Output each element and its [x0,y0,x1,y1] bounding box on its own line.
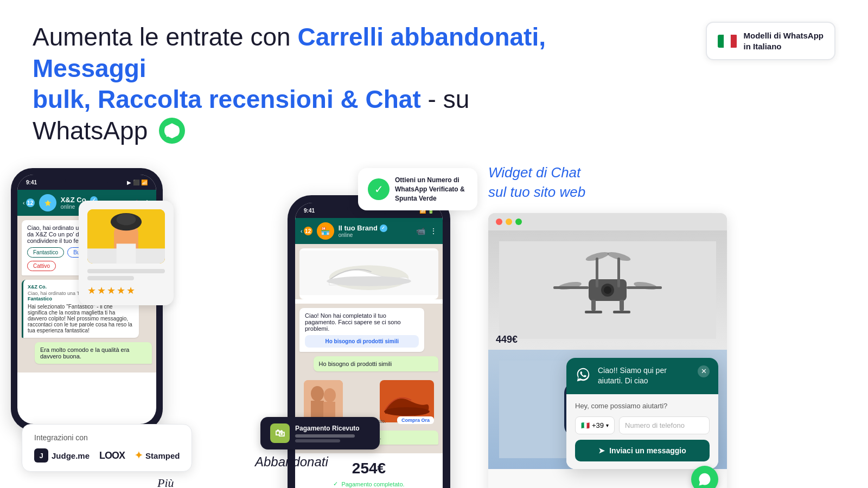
review-card-lines [87,269,165,280]
cart-section: ✓ Ottieni un Numero di WhatsApp Verifica… [266,163,472,488]
chat-wa-icon [575,367,592,384]
svg-rect-23 [596,258,598,287]
judge-me-logo: J Judge.me [34,448,90,463]
italian-badge: Modelli di WhatsApp in Italiano [706,22,836,60]
title-blue2: bulk, Raccolta recensioni & Chat [33,85,421,113]
phone2-container: 9:41 📶 🔋 ‹ 12 🏪 Il tuo Brand [266,195,472,488]
italian-badge-text: Modelli di WhatsApp in Italiano [744,30,824,52]
payment-badge-lines: Pagamento Ricevuto [295,425,370,442]
shopify-icon: 🛍 [270,423,290,443]
buy-now-link[interactable]: Compra Ora [397,416,434,424]
wa-avatar-1: ⭐ [39,194,56,211]
browser-content: 449€ [488,230,727,488]
italian-flag-icon [718,35,737,48]
wa-msg-suggestion-reply: Ho bisogno di prodotti simili [314,356,438,371]
browser-bar [488,213,727,230]
chat-widget-body: Hey, come possiamo aiutarti? 🇮🇹 +39 ▾ Nu… [566,394,718,469]
svg-rect-31 [585,311,602,313]
wa-avatar-2: 🏪 [317,222,334,240]
stamped-star-icon: ✦ [135,450,143,461]
wa-back-btn-2[interactable]: ‹ 12 [301,227,312,235]
svg-rect-24 [617,258,620,287]
chat-widget-overlay: Ciao!! Siamo qui per aiutarti. Di ciao ✕… [566,358,718,469]
country-select[interactable]: 🇮🇹 +39 ▾ [575,416,615,434]
whatsapp-emoji-icon [159,118,185,144]
rating-btn-cattivo[interactable]: Cattivo [27,261,56,271]
verified-popup: ✓ Ottieni un Numero di WhatsApp Verifica… [358,168,477,210]
svg-rect-32 [613,311,630,313]
payment-line-bar2 [295,439,340,442]
browser-dot-red[interactable] [496,219,502,225]
verified-badge-2: ✓ [380,224,387,232]
chat-widget-section: Widget di Chat sul tuo sito web [477,157,857,488]
chat-close-btn[interactable]: ✕ [698,365,710,377]
review-line-1 [87,269,165,273]
integrations-title: Integrazioni con [34,433,180,442]
page-title: Aumenta le entrate con Carrelli abbandon… [33,22,564,146]
review-card-image [87,209,165,264]
wa-back-btn[interactable]: ‹ 12 [23,198,35,207]
svg-rect-6 [117,243,136,264]
wa-contact-info-2: Il tuo Brand ✓ online [339,224,412,238]
similar-products-btn[interactable]: Ho bisogno di prodotti simili [305,335,419,348]
svg-point-11 [311,386,324,401]
svg-point-20 [604,286,611,294]
product-price-1: 449€ [496,334,518,345]
wa-header-2: ‹ 12 🏪 Il tuo Brand ✓ online 📹 [295,218,443,244]
review-stars: ★★★★★ [87,285,165,297]
page-header: Aumenta le entrate con Carrelli abbandon… [0,0,597,157]
svg-point-4 [117,214,136,225]
svg-rect-30 [620,300,624,311]
phone-number-input[interactable]: Numero di telefono [619,416,710,434]
wa-msg-cart-1: Ciao! Non hai completato il tuo pagament… [299,308,424,352]
browser-dot-green[interactable] [515,219,522,225]
chat-header-title: Ciao!! Siamo qui per aiutarti. Di ciao [598,365,692,387]
wa-icons-2: 📹⋮ [416,227,437,235]
integrations-box: Integrazioni con J Judge.me LOOX ✦ Stamp… [22,424,192,472]
chat-widget-header: Ciao!! Siamo qui per aiutarti. Di ciao ✕ [566,358,718,394]
chat-subtitle: Hey, come possiamo aiutarti? [575,402,710,410]
svg-point-16 [384,407,430,416]
loox-logo: LOOX [99,450,125,461]
phone1-notch: 9:41 ▶ ⬛ 📶 [17,175,156,190]
verified-popup-text: Ottieni un Numero di WhatsApp Verificato… [395,176,468,203]
svg-point-9 [327,276,411,286]
stamped-logo: ✦ Stamped [135,450,180,461]
payment-confirmed-badge: ✓ Pagamento completato. [301,480,437,487]
browser-window: 449€ [488,213,727,488]
payment-line-bar1 [295,434,355,438]
payment-received-badge: 🛍 Pagamento Ricevuto [260,417,380,450]
wa-float-btn[interactable] [691,466,718,488]
wa-shoe-img-card [299,248,438,299]
judge-me-icon: J [34,448,48,463]
phone-input-row: 🇮🇹 +39 ▾ Numero di telefono [575,416,710,434]
svg-rect-29 [591,300,596,311]
integrations-logos: J Judge.me LOOX ✦ Stamped [34,448,180,463]
reviews-annotation: Più recensioni = Più vendite [157,475,207,488]
send-message-btn[interactable]: ➤ Inviaci un messaggio [575,440,710,461]
review-line-2 [87,276,134,280]
svg-point-12 [324,388,336,402]
wa-msg-outgoing-1: Era molto comodo e la qualità era davver… [35,342,152,364]
verified-check-icon: ✓ [368,178,390,200]
drone-product-area: 449€ [488,230,727,350]
browser-dot-yellow[interactable] [506,219,512,225]
wa-shoe-area [295,244,443,299]
chat-widget-annotation: Widget di Chat sul tuo sito web [477,163,857,202]
title-normal: Aumenta le entrate con [33,23,291,51]
review-card-overlay: ★★★★★ [79,201,174,305]
rating-btn-fantastico[interactable]: Fantastico [27,247,64,258]
right-content: Widget di Chat sul tuo sito web [477,157,857,488]
